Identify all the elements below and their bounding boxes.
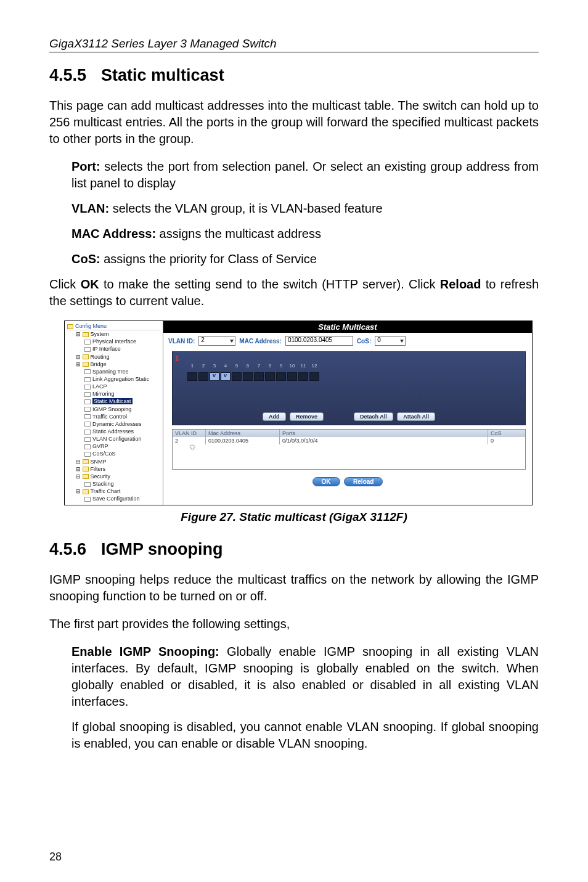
tree-static-multicast[interactable]: Static Multicast <box>84 398 160 405</box>
port-4[interactable] <box>221 372 231 381</box>
folder-icon <box>83 354 89 359</box>
section456-p2: The first part provides the following se… <box>49 616 539 632</box>
folder-icon <box>67 324 73 329</box>
td-cos: 0 <box>488 437 525 444</box>
ok-button[interactable]: OK <box>312 477 340 486</box>
tree-label: Mirroring <box>92 391 115 397</box>
tree-label: Spanning Tree <box>92 369 129 375</box>
remove-button[interactable]: Remove <box>290 412 324 421</box>
folder-icon <box>83 489 89 494</box>
def-cos-val: assigns the priority for Class of Servic… <box>100 252 317 266</box>
port-row <box>187 372 523 381</box>
vlan-id-select[interactable]: 2 <box>198 336 235 346</box>
mac-address-input[interactable]: 0100.0203.0405 <box>285 336 353 346</box>
port-num: 9 <box>276 363 286 369</box>
form-row: VLAN ID: 2 MAC Address: 0100.0203.0405 C… <box>163 333 532 349</box>
port-12[interactable] <box>309 372 319 381</box>
port-8[interactable] <box>265 372 275 381</box>
folder-icon <box>83 467 89 472</box>
port-5[interactable] <box>232 372 242 381</box>
doc-icon <box>84 369 91 374</box>
port-2[interactable] <box>198 372 208 381</box>
tree-snmp[interactable]: ⊟ SNMP <box>76 458 160 465</box>
tree-physical-interface[interactable]: Physical Interface <box>84 338 160 345</box>
detach-all-button[interactable]: Detach All <box>354 412 393 421</box>
bottom-button-row: OK Reload <box>163 473 532 490</box>
reload-button[interactable]: Reload <box>344 477 383 486</box>
tree-root-label: Config Menu <box>75 323 107 329</box>
tree-static-addresses[interactable]: Static Addresses <box>84 428 160 435</box>
port-1[interactable] <box>187 372 197 381</box>
add-button[interactable]: Add <box>263 412 286 421</box>
doc-icon <box>84 377 91 382</box>
section456-p3: If global snooping is disabled, you cann… <box>71 719 539 752</box>
tree-dynamic-addresses[interactable]: Dynamic Addresses <box>84 420 160 428</box>
tree-routing[interactable]: ⊟ Routing <box>76 353 160 361</box>
table-row[interactable]: 2 0100.0203.0405 0/1/0/3,0/1/0/4 0 <box>173 437 525 444</box>
port-6[interactable] <box>243 372 253 381</box>
tree-stacking[interactable]: Stacking <box>84 480 160 488</box>
port-7[interactable] <box>254 372 264 381</box>
tree-label: Link Aggregation Static <box>92 376 149 382</box>
tree-spanning-tree[interactable]: Spanning Tree <box>84 368 160 375</box>
def-enable-key: Enable IGMP Snooping: <box>71 645 219 658</box>
tree-label-selected: Static Multicast <box>92 398 133 404</box>
tree-label: IGMP Snooping <box>92 406 131 412</box>
tree-root[interactable]: Config Menu <box>67 322 160 330</box>
tree-label: Routing <box>91 354 110 360</box>
th-vlan-id: VLAN ID <box>173 430 206 437</box>
def-vlan: VLAN: selects the VLAN group, it is VLAN… <box>71 200 539 217</box>
port-num: 12 <box>309 363 319 369</box>
port-num: 11 <box>298 363 308 369</box>
tree-cos[interactable]: CoS/CoS <box>84 450 160 457</box>
doc-icon <box>84 347 91 352</box>
tree-label: CoS/CoS <box>92 451 116 457</box>
port-11[interactable] <box>298 372 308 381</box>
tree-label: Security <box>91 473 111 480</box>
port-3[interactable] <box>210 372 219 381</box>
tree-label: Traffic Control <box>92 414 127 420</box>
cos-select[interactable]: 0 <box>375 336 406 346</box>
tree-mirroring[interactable]: Mirroring <box>84 390 160 398</box>
tree-vlan-config[interactable]: VLAN Configuration <box>84 435 160 443</box>
def-mac-val: assigns the multicast address <box>156 227 321 240</box>
tree-label: IP Interface <box>92 346 121 352</box>
panel-title: Static Multicast <box>163 321 532 333</box>
tree-label: GVRP <box>92 443 108 449</box>
doc-icon <box>84 497 91 502</box>
tree-save-config[interactable]: Save Configuration <box>84 495 160 502</box>
tree-label: Stacking <box>92 481 114 487</box>
port-num: 7 <box>254 363 264 369</box>
tree-bridge[interactable]: ⊞ Bridge <box>76 361 160 368</box>
port-num: 8 <box>265 363 275 369</box>
tree-filters[interactable]: ⊟ Filters <box>76 465 160 473</box>
def-mac-key: MAC Address: <box>71 227 156 240</box>
tree-traffic-control[interactable]: Traffic Control <box>84 413 160 420</box>
doc-icon <box>84 385 91 390</box>
doc-icon <box>84 407 91 412</box>
running-header: GigaX3112 Series Layer 3 Managed Switch <box>49 37 539 52</box>
port-9[interactable] <box>276 372 286 381</box>
doc-icon <box>84 437 91 442</box>
tree-igmp-snooping[interactable]: IGMP Snooping <box>84 406 160 413</box>
def-vlan-key: VLAN: <box>71 202 109 215</box>
tree-system[interactable]: ⊟ System <box>76 330 160 338</box>
attach-all-button[interactable]: Attach All <box>397 412 435 421</box>
tree-traffic-chart[interactable]: ⊟ Traffic Chart <box>76 488 160 495</box>
tree-label: Traffic Chart <box>91 488 121 494</box>
tree-link-agg[interactable]: Link Aggregation Static <box>84 375 160 383</box>
tree-label: Physical Interface <box>92 338 136 345</box>
th-mac: Mac Address <box>206 430 280 437</box>
tree-label: Static Addresses <box>92 428 134 435</box>
tree-security[interactable]: ⊟ Security <box>76 473 160 480</box>
tree-ip-interface[interactable]: IP Interface <box>84 345 160 353</box>
th-cos: CoS <box>488 430 525 437</box>
tree-label: Save Configuration <box>92 496 140 502</box>
def-cos-key: CoS: <box>71 252 100 266</box>
doc-icon <box>84 340 91 345</box>
tree-label: VLAN Configuration <box>92 436 142 442</box>
tree-label: Dynamic Addresses <box>92 421 142 427</box>
tree-lacp[interactable]: LACP <box>84 383 160 390</box>
port-10[interactable] <box>287 372 297 381</box>
tree-gvrp[interactable]: GVRP <box>84 443 160 450</box>
